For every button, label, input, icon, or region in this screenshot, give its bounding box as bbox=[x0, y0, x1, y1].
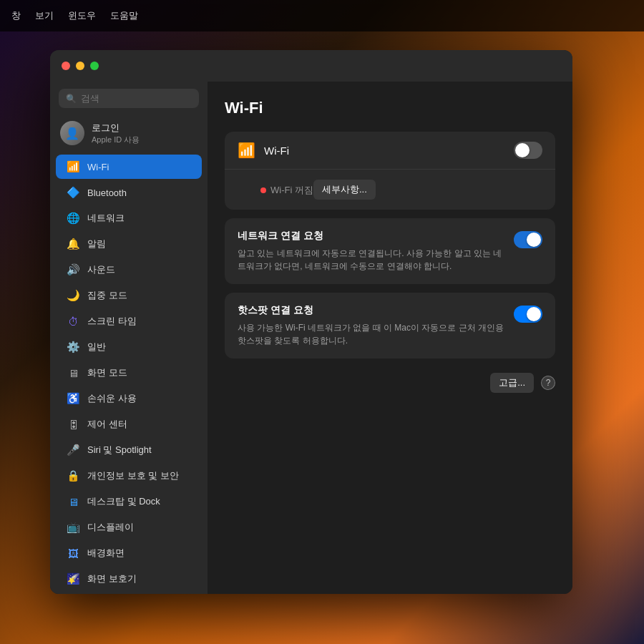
sidebar-item-bluetooth-label: Bluetooth bbox=[87, 187, 127, 198]
sidebar-item-wallpaper[interactable]: 🖼 배경화면 bbox=[56, 541, 202, 565]
advanced-button[interactable]: 고급... bbox=[490, 373, 534, 393]
sidebar-item-battery[interactable]: 🔋 배터리 bbox=[56, 592, 202, 594]
main-panel: Wi-Fi 📶 Wi-Fi Wi-Fi 꺼짐 bbox=[208, 82, 572, 594]
wifi-status-row: Wi-Fi 꺼짐 세부사항... bbox=[225, 170, 555, 210]
sidebar-item-network[interactable]: 🌐 네트워크 bbox=[56, 206, 202, 230]
search-box[interactable]: 🔍 bbox=[59, 89, 199, 108]
network-icon: 🌐 bbox=[66, 211, 80, 225]
wifi-toggle[interactable] bbox=[514, 142, 542, 159]
sidebar-item-siri[interactable]: 🎤 Siri 및 Spotlight bbox=[56, 438, 202, 462]
sidebar-item-wifi-label: Wi-Fi bbox=[87, 162, 109, 172]
sidebar-item-siri-label: Siri 및 Spotlight bbox=[87, 444, 152, 457]
display-icon: 🖥 bbox=[66, 366, 80, 380]
sidebar-item-control[interactable]: 🎛 제어 센터 bbox=[56, 412, 202, 436]
sidebar-item-privacy[interactable]: 🔒 개인정보 보호 및 보안 bbox=[56, 464, 202, 488]
bluetooth-icon: 🔷 bbox=[66, 185, 80, 200]
wifi-toggle-knob bbox=[515, 143, 530, 157]
detail-button[interactable]: 세부사항... bbox=[313, 180, 376, 200]
sidebar-item-general-label: 일반 bbox=[87, 341, 106, 353]
status-dot bbox=[260, 187, 266, 193]
sidebar: 🔍 👤 로그인 Apple ID 사용 📶 Wi-Fi 🔷 Bluetooth bbox=[50, 82, 208, 594]
sidebar-item-control-label: 제어 센터 bbox=[87, 418, 127, 431]
sidebar-item-focus[interactable]: 🌙 집중 모드 bbox=[56, 283, 202, 308]
screensaver-icon: 🌠 bbox=[66, 572, 80, 586]
profile-sub: Apple ID 사용 bbox=[92, 135, 140, 145]
sidebar-item-screentime[interactable]: ⏱ 스크린 타임 bbox=[56, 309, 202, 333]
sidebar-item-alarm-label: 알림 bbox=[87, 238, 106, 250]
help-button[interactable]: ? bbox=[541, 376, 555, 390]
search-input[interactable] bbox=[81, 93, 192, 104]
menu-item-window[interactable]: 창 bbox=[11, 9, 21, 22]
sidebar-item-focus-label: 집중 모드 bbox=[87, 289, 127, 302]
menu-item-windows[interactable]: 윈도우 bbox=[68, 9, 96, 22]
sidebar-item-displays-label: 디스플레이 bbox=[87, 521, 134, 534]
sidebar-item-screensaver-label: 화면 보호기 bbox=[87, 572, 137, 585]
sidebar-item-wallpaper-label: 배경화면 bbox=[87, 547, 125, 560]
auto-connect-desc: 알고 있는 네트워크에 자동으로 연결됩니다. 사용 가능한 알고 있는 네트워… bbox=[238, 247, 505, 273]
auto-connect-toggle[interactable] bbox=[514, 231, 542, 248]
system-preferences-window: 🔍 👤 로그인 Apple ID 사용 📶 Wi-Fi 🔷 Bluetooth bbox=[50, 50, 572, 594]
sidebar-item-alarm[interactable]: 🔔 알림 bbox=[56, 232, 202, 256]
wallpaper-icon: 🖼 bbox=[66, 546, 80, 560]
menu-bar: 창 보기 윈도우 도움말 bbox=[0, 0, 644, 31]
auto-connect-card: 네트워크 연결 요청 알고 있는 네트워크에 자동으로 연결됩니다. 사용 가능… bbox=[225, 218, 555, 284]
sidebar-item-accessibility[interactable]: ♿ 손쉬운 사용 bbox=[56, 386, 202, 411]
displays-icon: 📺 bbox=[66, 520, 80, 535]
sidebar-item-accessibility-label: 손쉬운 사용 bbox=[87, 392, 137, 405]
hotspot-toggle-knob bbox=[527, 307, 541, 321]
hotspot-desc: 사용 가능한 Wi-Fi 네트워크가 없을 때 이 Mac이 자동으로 근처 개… bbox=[238, 321, 505, 347]
profile-section[interactable]: 👤 로그인 Apple ID 사용 bbox=[50, 115, 208, 151]
menu-item-view[interactable]: 보기 bbox=[35, 9, 54, 22]
general-icon: ⚙️ bbox=[66, 340, 80, 354]
hotspot-card: 핫스팟 연결 요청 사용 가능한 Wi-Fi 네트워크가 없을 때 이 Mac이… bbox=[225, 293, 555, 358]
focus-icon: 🌙 bbox=[66, 288, 80, 303]
hotspot-toggle[interactable] bbox=[514, 306, 542, 323]
sidebar-item-general[interactable]: ⚙️ 일반 bbox=[56, 335, 202, 359]
wifi-row-icon: 📶 bbox=[238, 142, 255, 159]
screentime-icon: ⏱ bbox=[66, 314, 80, 328]
sidebar-item-screentime-label: 스크린 타임 bbox=[87, 315, 137, 328]
sound-icon: 🔊 bbox=[66, 263, 80, 277]
sidebar-item-display[interactable]: 🖥 화면 모드 bbox=[56, 361, 202, 385]
sidebar-item-desktop[interactable]: 🖥 데스크탑 및 Dock bbox=[56, 489, 202, 514]
sidebar-item-desktop-label: 데스크탑 및 Dock bbox=[87, 495, 160, 508]
wifi-icon: 📶 bbox=[66, 160, 80, 174]
sidebar-item-displays[interactable]: 📺 디스플레이 bbox=[56, 515, 202, 540]
sidebar-item-screensaver[interactable]: 🌠 화면 보호기 bbox=[56, 567, 202, 591]
menu-item-help[interactable]: 도움말 bbox=[110, 9, 138, 22]
sidebar-item-wifi[interactable]: 📶 Wi-Fi bbox=[56, 155, 202, 179]
privacy-icon: 🔒 bbox=[66, 469, 80, 483]
title-bar bbox=[50, 50, 572, 82]
sidebar-item-network-label: 네트워크 bbox=[87, 212, 125, 225]
panel-title: Wi-Fi bbox=[225, 99, 555, 117]
desktop-icon: 🖥 bbox=[66, 494, 80, 509]
sidebar-item-sound[interactable]: 🔊 사운드 bbox=[56, 258, 202, 282]
wifi-row: 📶 Wi-Fi bbox=[225, 132, 555, 170]
sidebar-item-bluetooth[interactable]: 🔷 Bluetooth bbox=[56, 180, 202, 205]
avatar: 👤 bbox=[60, 121, 84, 145]
control-icon: 🎛 bbox=[66, 417, 80, 431]
auto-connect-title: 네트워크 연결 요청 bbox=[238, 230, 505, 243]
wifi-card: 📶 Wi-Fi Wi-Fi 꺼짐 세부사항... bbox=[225, 132, 555, 210]
bottom-row: 고급... ? bbox=[225, 373, 555, 393]
sidebar-item-privacy-label: 개인정보 보호 및 보안 bbox=[87, 469, 179, 482]
alarm-icon: 🔔 bbox=[66, 237, 80, 251]
sidebar-item-sound-label: 사운드 bbox=[87, 263, 115, 276]
maximize-button[interactable] bbox=[90, 62, 99, 70]
wifi-row-label: Wi-Fi bbox=[264, 145, 514, 157]
wifi-status-label: Wi-Fi 꺼짐 bbox=[270, 184, 313, 197]
search-icon: 🔍 bbox=[66, 94, 77, 104]
window-content: 🔍 👤 로그인 Apple ID 사용 📶 Wi-Fi 🔷 Bluetooth bbox=[50, 82, 572, 594]
close-button[interactable] bbox=[62, 62, 70, 70]
accessibility-icon: ♿ bbox=[66, 391, 80, 406]
minimize-button[interactable] bbox=[76, 62, 84, 70]
sidebar-item-display-label: 화면 모드 bbox=[87, 366, 127, 379]
hotspot-title: 핫스팟 연결 요청 bbox=[238, 304, 505, 317]
auto-connect-toggle-knob bbox=[527, 233, 541, 247]
siri-icon: 🎤 bbox=[66, 443, 80, 457]
profile-name: 로그인 bbox=[92, 122, 140, 135]
